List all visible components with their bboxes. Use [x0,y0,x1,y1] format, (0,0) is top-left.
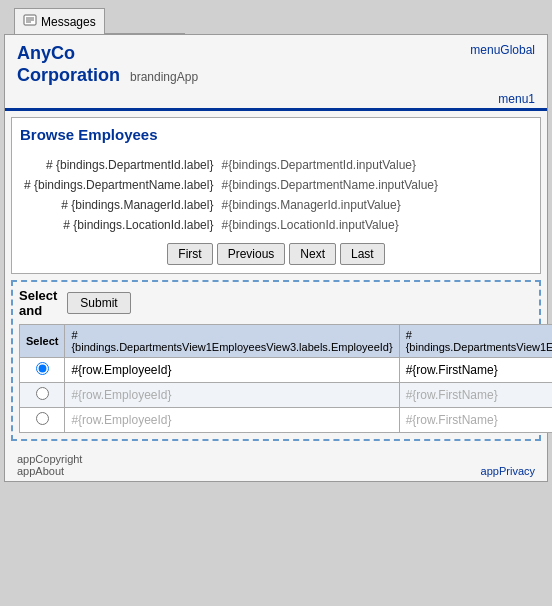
browse-section: Browse Employees # {bindings.DepartmentI… [11,117,541,274]
col-select: Select [20,325,65,358]
employees-table: Select # {bindings.DepartmentsView1Emplo… [19,324,552,433]
radio-cell-1[interactable] [20,358,65,383]
browse-title: Browse Employees [20,126,532,147]
table-row: #{row.EmployeeId} #{row.FirstName} [20,408,553,433]
location-id-value: #{bindings.LocationId.inputValue} [217,215,532,235]
row-radio-2[interactable] [36,387,49,400]
employee-id-cell-1: #{row.EmployeeId} [65,358,399,383]
select-header: Select and Submit [19,288,533,318]
row-radio-3[interactable] [36,412,49,425]
app-privacy[interactable]: appPrivacy [481,465,535,477]
menu-global[interactable]: menuGlobal [470,43,535,57]
row-radio-1[interactable] [36,362,49,375]
employee-id-cell-2: #{row.EmployeeId} [65,383,399,408]
app-name: AnyCo Corporation [17,43,120,86]
table-row: #{row.EmployeeId} #{row.FirstName} [20,358,553,383]
manager-id-value: #{bindings.ManagerId.inputValue} [217,195,532,215]
department-name-label: # {bindings.DepartmentName.label} [20,175,217,195]
employee-id-cell-3: #{row.EmployeeId} [65,408,399,433]
select-label: Select [19,288,57,303]
first-name-cell-3: #{row.FirstName} [399,408,552,433]
header: AnyCo Corporation brandingApp menuGlobal [5,35,547,90]
first-name-cell-1: #{row.FirstName} [399,358,552,383]
table-header-row: Select # {bindings.DepartmentsView1Emplo… [20,325,553,358]
col-first-name: # {bindings.DepartmentsView1EmployeesVie… [399,325,552,358]
menu-bar: menu1 [5,90,547,111]
messages-tab-label: Messages [41,15,96,29]
table-row: # {bindings.DepartmentName.label} #{bind… [20,175,532,195]
select-section: Select and Submit Select # {bindings.Dep… [11,280,541,441]
main-container: AnyCo Corporation brandingApp menuGlobal… [4,34,548,482]
header-left: AnyCo Corporation brandingApp [17,43,198,86]
messages-tab[interactable]: Messages [14,8,105,34]
footer-left: appCopyright appAbout [17,453,82,477]
manager-id-label: # {bindings.ManagerId.label} [20,195,217,215]
col-employee-id: # {bindings.DepartmentsView1EmployeesVie… [65,325,399,358]
location-id-label: # {bindings.LocationId.label} [20,215,217,235]
first-name-cell-2: #{row.FirstName} [399,383,552,408]
department-id-label: # {bindings.DepartmentId.label} [20,155,217,175]
table-row: #{row.EmployeeId} #{row.FirstName} [20,383,553,408]
table-row: # {bindings.DepartmentId.label} #{bindin… [20,155,532,175]
app-about[interactable]: appAbout [17,465,82,477]
branding-app[interactable]: brandingApp [130,70,198,86]
last-button[interactable]: Last [340,243,385,265]
previous-button[interactable]: Previous [217,243,286,265]
submit-button[interactable]: Submit [67,292,130,314]
nav-buttons: First Previous Next Last [20,243,532,265]
app-copyright[interactable]: appCopyright [17,453,82,465]
menu1[interactable]: menu1 [498,92,535,106]
messages-tab-icon [23,13,37,30]
footer: appCopyright appAbout appPrivacy [5,447,547,481]
next-button[interactable]: Next [289,243,336,265]
radio-cell-3[interactable] [20,408,65,433]
table-row: # {bindings.LocationId.label} #{bindings… [20,215,532,235]
form-table: # {bindings.DepartmentId.label} #{bindin… [20,155,532,235]
table-row: # {bindings.ManagerId.label} #{bindings.… [20,195,532,215]
radio-cell-2[interactable] [20,383,65,408]
department-id-value: #{bindings.DepartmentId.inputValue} [217,155,532,175]
first-button[interactable]: First [167,243,212,265]
and-label: and [19,303,57,318]
department-name-value: #{bindings.DepartmentName.inputValue} [217,175,532,195]
